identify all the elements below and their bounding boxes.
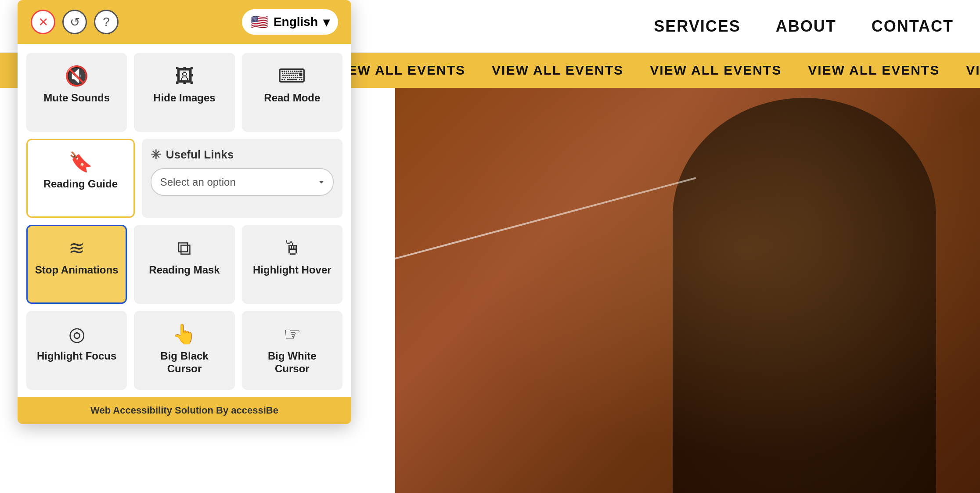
stop-animations-card[interactable]: ≋ Stop Animations <box>26 225 127 304</box>
read-mode-label: Read Mode <box>264 92 320 104</box>
row2: 🔖 Reading Guide ✳ Useful Links Select an… <box>26 139 342 218</box>
hide-images-card[interactable]: 🖼 Hide Images <box>134 53 234 132</box>
glasses-line <box>395 177 696 281</box>
reading-mask-card[interactable]: ⧉ Reading Mask <box>134 225 234 304</box>
big-black-cursor-icon: 👆 <box>172 324 196 344</box>
mute-sounds-icon: 🔇 <box>65 66 89 86</box>
nav-link-contact[interactable]: CONTACT <box>872 17 954 36</box>
language-label: English <box>274 15 318 29</box>
chevron-down-icon: ▾ <box>323 15 329 29</box>
reading-guide-card[interactable]: 🔖 Reading Guide <box>26 139 135 218</box>
close-button[interactable]: ✕ <box>31 10 55 34</box>
hide-images-label: Hide Images <box>153 92 215 104</box>
back-button[interactable]: ↺ <box>62 10 87 34</box>
highlight-hover-icon: 🖱 <box>282 238 302 258</box>
row1: 🔇 Mute Sounds 🖼 Hide Images ⌨ Read Mode <box>26 53 342 132</box>
big-white-cursor-card[interactable]: ☞ Big White Cursor <box>242 311 342 390</box>
useful-links-select[interactable]: Select an option <box>151 168 334 196</box>
hero-image <box>395 88 980 493</box>
back-icon: ↺ <box>70 15 80 29</box>
highlight-focus-label: Highlight Focus <box>37 350 116 363</box>
stop-animations-icon: ≋ <box>68 238 85 258</box>
row3: ≋ Stop Animations ⧉ Reading Mask 🖱 Highl… <box>26 225 342 304</box>
useful-links-label: Useful Links <box>166 148 234 162</box>
read-mode-card[interactable]: ⌨ Read Mode <box>242 53 342 132</box>
reading-mask-label: Reading Mask <box>149 264 220 277</box>
language-selector[interactable]: 🇺🇸 English ▾ <box>242 9 338 35</box>
reading-guide-label: Reading Guide <box>43 178 118 191</box>
useful-links-title: ✳ Useful Links <box>151 148 334 162</box>
panel-header: ✕ ↺ ? 🇺🇸 English ▾ <box>18 0 351 44</box>
reading-guide-icon: 🔖 <box>68 152 93 172</box>
hide-images-icon: 🖼 <box>175 66 194 86</box>
stop-animations-label: Stop Animations <box>35 264 119 277</box>
highlight-focus-card[interactable]: ◎ Highlight Focus <box>26 311 127 390</box>
panel-footer: Web Accessibility Solution By accessiBe <box>18 397 351 424</box>
mute-sounds-label: Mute Sounds <box>43 92 110 104</box>
nav-link-services[interactable]: SERVICES <box>654 17 740 36</box>
reading-mask-icon: ⧉ <box>177 238 191 258</box>
row4: ◎ Highlight Focus 👆 Big Black Cursor ☞ B… <box>26 311 342 390</box>
highlight-hover-label: Highlight Hover <box>253 264 331 277</box>
help-icon: ? <box>103 15 110 29</box>
big-black-cursor-card[interactable]: 👆 Big Black Cursor <box>134 311 234 390</box>
footer-text: Web Accessibility Solution By accessiBe <box>90 405 278 416</box>
highlight-focus-icon: ◎ <box>68 324 85 344</box>
close-icon: ✕ <box>38 15 48 29</box>
big-white-cursor-icon: ☞ <box>284 324 301 344</box>
highlight-hover-card[interactable]: 🖱 Highlight Hover <box>242 225 342 304</box>
useful-links-icon: ✳ <box>151 148 161 162</box>
help-button[interactable]: ? <box>94 10 119 34</box>
header-controls: ✕ ↺ ? <box>31 10 119 34</box>
panel-grid: 🔇 Mute Sounds 🖼 Hide Images ⌨ Read Mode … <box>18 44 351 390</box>
accessibility-panel: ✕ ↺ ? 🇺🇸 English ▾ 🔇 Mute Sounds 🖼 Hid <box>18 0 351 424</box>
flag-icon: 🇺🇸 <box>251 14 268 30</box>
person-silhouette <box>673 98 936 493</box>
big-white-cursor-label: Big White Cursor <box>250 350 334 375</box>
mute-sounds-card[interactable]: 🔇 Mute Sounds <box>26 53 127 132</box>
useful-links-section: ✳ Useful Links Select an option <box>142 139 342 218</box>
big-black-cursor-label: Big Black Cursor <box>142 350 226 375</box>
nav-links: SERVICES ABOUT CONTACT <box>654 17 954 36</box>
nav-link-about[interactable]: ABOUT <box>776 17 836 36</box>
read-mode-icon: ⌨ <box>278 66 306 86</box>
